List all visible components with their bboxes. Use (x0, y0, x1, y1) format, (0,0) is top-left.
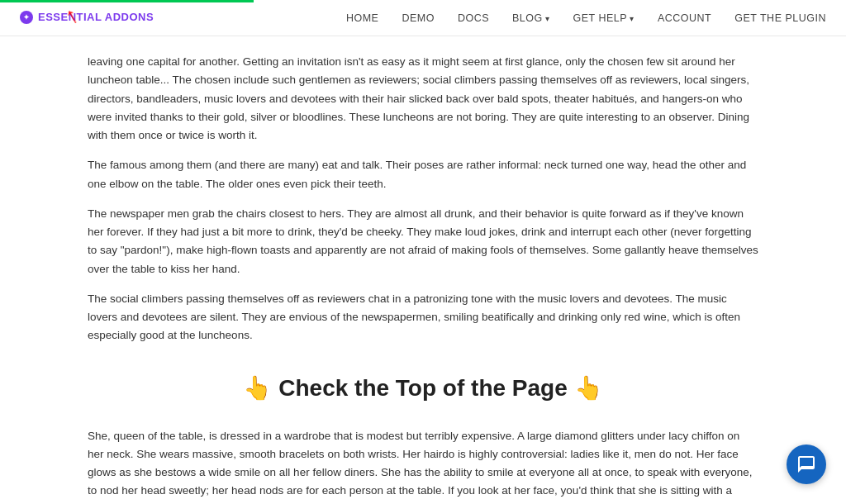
main-content: leaving one capital for another. Getting… (68, 36, 778, 504)
nav-link-account[interactable]: ACCOUNT (658, 12, 711, 24)
paragraph-2: The famous among them (and there are man… (88, 156, 758, 193)
brand-icon: ✦ (20, 11, 33, 24)
nav-item-docs[interactable]: DOCS (458, 8, 489, 26)
nav-item-home[interactable]: HOME (346, 8, 379, 26)
paragraph-5: She, queen of the table, is dressed in a… (88, 427, 758, 504)
section-heading: 👆 Check the Top of the Page 👆 (88, 370, 758, 407)
chat-bubble-button[interactable] (787, 445, 826, 484)
chat-icon (796, 454, 816, 474)
nav-link-demo[interactable]: DEMO (402, 12, 435, 24)
nav-item-demo[interactable]: DEMO (402, 8, 435, 26)
nav-item-get-help[interactable]: GET HELP (573, 8, 634, 26)
nav-menu: HOME DEMO DOCS BLOG GET HELP ACCOUNT GET… (346, 8, 826, 26)
nav-item-get-plugin[interactable]: GET THE PLUGIN (734, 8, 826, 26)
nav-item-account[interactable]: ACCOUNT (658, 8, 711, 26)
brand-logo[interactable]: ✦ Essential Addons (20, 9, 154, 26)
nav-link-get-help[interactable]: GET HELP (573, 12, 634, 24)
brand-name: Essential Addons (38, 9, 154, 26)
navbar: ✦ Essential Addons HOME DEMO DOCS BLOG G… (0, 0, 846, 36)
paragraph-1: leaving one capital for another. Getting… (88, 53, 758, 145)
nav-link-blog[interactable]: BLOG (512, 12, 550, 24)
content-text: leaving one capital for another. Getting… (88, 53, 758, 504)
nav-item-blog[interactable]: BLOG (512, 8, 550, 26)
nav-link-docs[interactable]: DOCS (458, 12, 489, 24)
nav-link-home[interactable]: HOME (346, 12, 379, 24)
paragraph-4: The social climbers passing themselves o… (88, 290, 758, 345)
paragraph-3: The newspaper men grab the chairs closes… (88, 205, 758, 278)
progress-bar (0, 0, 254, 2)
nav-link-get-plugin[interactable]: GET THE PLUGIN (734, 12, 826, 24)
